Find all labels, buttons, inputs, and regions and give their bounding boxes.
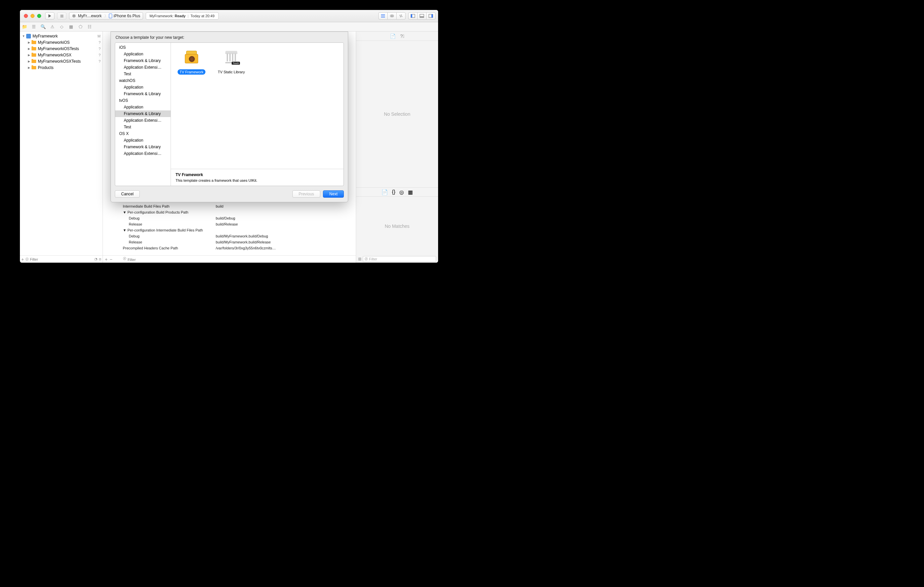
inspector-no-selection: No Selection bbox=[356, 41, 438, 187]
disclosure-triangle-icon[interactable]: ▶ bbox=[27, 66, 31, 69]
library-filter-input[interactable]: Filter bbox=[363, 256, 436, 262]
category-row[interactable]: watchOS bbox=[115, 77, 171, 84]
tree-row[interactable]: ▶ MyFrameworkiOS ? bbox=[20, 39, 102, 46]
scm-filter-icon[interactable]: ⧈ bbox=[99, 257, 101, 261]
disclosure-triangle-icon[interactable]: ▼ bbox=[22, 35, 25, 38]
category-row[interactable]: Framework & Library bbox=[115, 110, 171, 117]
setting-row[interactable]: Debug build/Debug bbox=[103, 215, 356, 221]
setting-row[interactable]: ▼ Per-configuration Intermediate Build F… bbox=[103, 227, 356, 233]
remove-target-icon[interactable]: − bbox=[109, 257, 112, 262]
code-snippet-library-tab[interactable]: {} bbox=[392, 189, 396, 195]
previous-button[interactable]: Previous bbox=[292, 190, 321, 198]
grid-view-icon[interactable]: ⊞ bbox=[358, 257, 361, 261]
close-window-button[interactable] bbox=[24, 14, 28, 18]
template-items[interactable]: TV FrameworkTouchTV Static Library bbox=[171, 43, 343, 169]
standard-editor-button[interactable] bbox=[378, 12, 388, 20]
gear-icon bbox=[72, 13, 77, 18]
tree-row[interactable]: ▶ MyFrameworkOSX ? bbox=[20, 52, 102, 58]
setting-row[interactable]: Release build/MyFramework.build/Release bbox=[103, 239, 356, 245]
category-row[interactable]: tvOS bbox=[115, 97, 171, 104]
toggle-right-panel-button[interactable] bbox=[426, 12, 436, 20]
category-row[interactable]: Framework & Library bbox=[115, 58, 171, 64]
category-row[interactable]: Test bbox=[115, 124, 171, 130]
cancel-button[interactable]: Cancel bbox=[115, 190, 140, 198]
template-item[interactable]: TouchTV Static Library bbox=[215, 47, 248, 75]
run-button[interactable] bbox=[45, 12, 54, 20]
scheme-selector[interactable]: MyFr…ework 〉 iPhone 6s Plus bbox=[69, 12, 143, 20]
setting-row[interactable]: Debug build/MyFramework.build/Debug bbox=[103, 233, 356, 239]
disclosure-triangle-icon[interactable]: ▶ bbox=[27, 60, 31, 63]
file-inspector-tab[interactable]: 📄 bbox=[390, 33, 396, 39]
object-library-tab[interactable]: ◎ bbox=[399, 189, 404, 195]
editor-mode-group bbox=[378, 12, 406, 20]
setting-value: build/MyFramework.build/Release bbox=[216, 240, 356, 244]
minimize-window-button[interactable] bbox=[31, 14, 35, 18]
folder-icon bbox=[31, 40, 37, 45]
add-target-icon[interactable]: + bbox=[105, 257, 107, 262]
breakpoint-navigator-tab[interactable]: ⬠ bbox=[78, 24, 83, 30]
category-row[interactable]: Application bbox=[115, 84, 171, 90]
test-navigator-tab[interactable]: ◇ bbox=[59, 24, 64, 30]
symbol-navigator-tab[interactable]: ☰ bbox=[31, 24, 36, 30]
disclosure-triangle-icon[interactable]: ▶ bbox=[27, 41, 31, 44]
zoom-window-button[interactable] bbox=[37, 14, 41, 18]
add-icon[interactable]: + bbox=[21, 257, 24, 262]
toggle-left-panel-button[interactable] bbox=[408, 12, 417, 20]
debug-navigator-tab[interactable]: ▦ bbox=[68, 24, 74, 30]
editor-filter-input[interactable] bbox=[123, 258, 173, 261]
library-filter-bar: ⊞ Filter bbox=[356, 255, 438, 263]
inspector-top-tabs: 📄 ?⃝ bbox=[356, 31, 438, 41]
category-row[interactable]: Application bbox=[115, 104, 171, 110]
setting-label: ▼ Per-configuration Intermediate Build F… bbox=[103, 228, 216, 232]
category-row[interactable]: Application Extensi… bbox=[115, 64, 171, 71]
tree-row[interactable]: ▶ MyFrameworkiOSTests ? bbox=[20, 46, 102, 52]
quick-help-tab[interactable]: ?⃝ bbox=[400, 33, 404, 39]
category-row[interactable]: Application Extensi… bbox=[115, 150, 171, 157]
category-row[interactable]: Framework & Library bbox=[115, 90, 171, 97]
template-description: TV Framework This template creates a fra… bbox=[171, 169, 343, 186]
tree-row[interactable]: ▼ MyFramework M bbox=[20, 33, 102, 39]
setting-row[interactable]: Intermediate Build Files Path build bbox=[103, 203, 356, 209]
setting-value: /var/folders/3r/0xg3y55n6tv0czmlts… bbox=[216, 246, 356, 250]
setting-row[interactable]: Precompiled Headers Cache Path /var/fold… bbox=[103, 245, 356, 251]
tree-label: MyFrameworkiOSTests bbox=[38, 46, 99, 51]
project-navigator-tab[interactable]: 📁 bbox=[22, 24, 27, 30]
setting-row[interactable]: Release build/Release bbox=[103, 221, 356, 227]
category-row[interactable]: iOS bbox=[115, 44, 171, 51]
disclosure-triangle-icon[interactable]: ▶ bbox=[27, 53, 31, 57]
next-button[interactable]: Next bbox=[323, 190, 344, 198]
recent-filter-icon[interactable]: ◔ bbox=[94, 257, 97, 261]
tree-label: Products bbox=[38, 65, 101, 70]
issue-navigator-tab[interactable]: ⚠ bbox=[50, 24, 55, 30]
setting-row[interactable]: ▼ Per-configuration Build Products Path bbox=[103, 209, 356, 215]
find-navigator-tab[interactable]: 🔍 bbox=[41, 24, 46, 30]
category-row[interactable]: Framework & Library bbox=[115, 144, 171, 150]
tree-row[interactable]: ▶ Products bbox=[20, 64, 102, 71]
navigator-filter-input[interactable] bbox=[25, 257, 76, 261]
stop-button[interactable] bbox=[57, 12, 66, 20]
category-row[interactable]: Application bbox=[115, 137, 171, 144]
setting-label: ▼ Per-configuration Build Products Path bbox=[103, 210, 216, 214]
category-row[interactable]: Test bbox=[115, 71, 171, 77]
toggle-bottom-panel-button[interactable] bbox=[417, 12, 426, 20]
media-library-tab[interactable]: ▦ bbox=[408, 189, 413, 195]
editor-area: Build Products Path buildIntermediate Bu… bbox=[103, 31, 356, 263]
editor-filter-bar: + − bbox=[103, 255, 356, 263]
version-editor-button[interactable] bbox=[396, 12, 406, 20]
category-row[interactable]: Application bbox=[115, 51, 171, 58]
report-navigator-tab[interactable]: ☷ bbox=[87, 24, 92, 30]
category-row[interactable]: Application Extensi… bbox=[115, 117, 171, 124]
project-tree[interactable]: ▼ MyFramework M▶ MyFrameworkiOS ?▶ MyFra… bbox=[20, 31, 102, 255]
disclosure-triangle-icon[interactable]: ▶ bbox=[27, 47, 31, 50]
scm-status: ? bbox=[99, 53, 101, 57]
activity-status: Ready bbox=[175, 14, 186, 18]
template-categories[interactable]: iOSApplicationFramework & LibraryApplica… bbox=[115, 43, 171, 186]
tree-row[interactable]: ▶ MyFrameworkOSXTests ? bbox=[20, 58, 102, 64]
category-row[interactable]: OS X bbox=[115, 130, 171, 137]
lines-icon bbox=[381, 13, 385, 18]
play-icon bbox=[48, 14, 51, 18]
file-template-library-tab[interactable]: 📄 bbox=[381, 189, 388, 195]
template-item[interactable]: TV Framework bbox=[175, 47, 208, 75]
assistant-editor-button[interactable] bbox=[387, 12, 397, 20]
svg-rect-7 bbox=[431, 14, 433, 18]
